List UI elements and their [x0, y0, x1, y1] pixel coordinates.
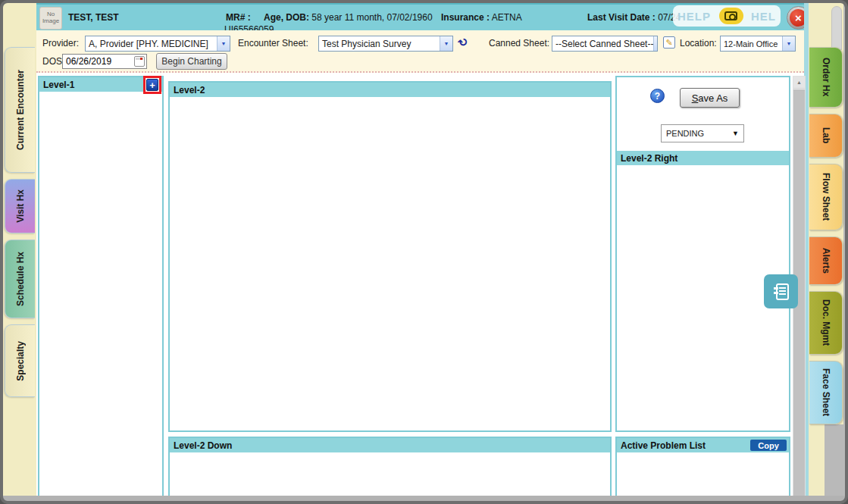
provider-select[interactable]: A, Provider [PHY. MEDICINE] ▼ — [85, 36, 230, 52]
patient-header-bar: No Image TEST, TEST MR# : UI65566059 Age… — [36, 3, 804, 30]
chevron-down-icon[interactable]: ▼ — [653, 36, 658, 51]
no-image-badge: No Image — [39, 7, 62, 30]
calendar-icon[interactable] — [134, 56, 145, 67]
last-visit: Last Visit Date : 07/24 — [587, 12, 681, 23]
location-select[interactable]: 12-Main Office ▼ — [720, 36, 796, 52]
scroll-up-arrow[interactable]: ▲ — [793, 77, 805, 89]
right-tab-strip-tail — [808, 424, 825, 497]
level2-right-title: Level-2 Right — [621, 153, 677, 164]
question-glyph: ? — [655, 91, 660, 102]
dos-value: 06/26/2019 — [66, 56, 111, 67]
encounter-sheet-select[interactable]: Test Physician Survey ▼ — [318, 36, 453, 52]
level2-panel: Level-2 — [168, 81, 612, 432]
insurance-label: Insurance : — [441, 12, 490, 23]
age-dob: Age, DOB: 58 year 11 month, 07/02/1960 — [264, 12, 433, 23]
tab-visit-hx[interactable]: Visit Hx — [5, 179, 35, 233]
begin-charting-label: Begin Charting — [161, 56, 221, 67]
canned-sheet-value: --Select Canned Sheet-- — [555, 39, 653, 49]
app-window: No Image TEST, TEST MR# : UI65566059 Age… — [0, 0, 848, 504]
canned-sheet-label: Canned Sheet: — [489, 38, 549, 49]
tab-label: Alerts — [821, 248, 831, 274]
tab-flow-sheet[interactable]: Flow Sheet — [809, 164, 843, 230]
window-bottom-edge — [3, 496, 845, 501]
tab-doc-mgmt[interactable]: Doc. Mgmt — [809, 291, 843, 355]
save-as-first-letter: S — [692, 92, 699, 104]
age-dob-label: Age, DOB: — [264, 12, 309, 23]
status-value: PENDING — [666, 129, 704, 138]
tab-current-encounter[interactable]: Current Encounter — [5, 47, 35, 173]
mr-label: MR# : — [226, 12, 251, 23]
camera-icon[interactable] — [719, 8, 743, 24]
dos-date-input[interactable]: 06/26/2019 — [62, 54, 147, 69]
add-button[interactable]: + — [146, 79, 158, 91]
tab-label: Doc. Mgmt — [821, 299, 831, 346]
tab-label: Schedule Hx — [15, 252, 26, 306]
status-select[interactable]: PENDING ▼ — [661, 124, 744, 142]
provider-value: A, Provider [PHY. MEDICINE] — [89, 39, 208, 49]
location-label: Location: — [680, 38, 717, 49]
copy-button[interactable]: Copy — [750, 440, 787, 451]
chevron-down-icon[interactable]: ▼ — [782, 36, 795, 51]
tab-label: Visit Hx — [15, 189, 26, 223]
chevron-down-icon: ▼ — [732, 130, 739, 137]
close-icon: × — [790, 9, 804, 27]
tab-label: Lab — [821, 127, 831, 143]
insurance-value: AETNA — [492, 12, 522, 23]
dos-label: DOS — [42, 56, 62, 67]
canned-sheet-select[interactable]: --Select Canned Sheet-- ▼ — [552, 36, 658, 52]
encounter-sheet-label: Encounter Sheet: — [238, 38, 308, 49]
help-question-icon[interactable]: ? — [650, 89, 665, 103]
begin-charting-button[interactable]: Begin Charting — [156, 53, 227, 70]
tab-label: Current Encounter — [15, 70, 26, 150]
tab-alerts[interactable]: Alerts — [809, 236, 843, 285]
level2-right-panel: ? Save As PENDING ▼ Level-2 Right — [615, 76, 790, 432]
level2-title: Level-2 — [174, 85, 205, 95]
age-dob-value: 58 year 11 month, 07/02/1960 — [311, 12, 432, 23]
help-overlay[interactable]: HELP HEL — [673, 5, 781, 27]
encounter-toolbar: Provider: A, Provider [PHY. MEDICINE] ▼ … — [36, 30, 804, 73]
save-as-button[interactable]: Save As — [680, 88, 740, 108]
active-problem-list-title: Active Problem List — [621, 440, 706, 451]
tab-label: Flow Sheet — [821, 173, 831, 221]
last-visit-label: Last Visit Date : — [587, 12, 656, 23]
add-highlight-box: + — [143, 76, 161, 94]
level2-header: Level-2 — [170, 83, 610, 97]
tab-specialty[interactable]: Specialty — [5, 324, 35, 397]
save-as-rest: ave As — [698, 92, 728, 104]
chevron-down-icon[interactable]: ▼ — [217, 36, 230, 51]
notebook-icon — [771, 281, 792, 302]
level2-down-header: Level-2 Down — [170, 438, 610, 452]
tab-lab[interactable]: Lab — [809, 114, 843, 158]
level1-title: Level-1 — [43, 80, 74, 90]
help-button[interactable]: HELP — [677, 10, 711, 23]
active-problem-list-panel: Active Problem List Copy — [615, 437, 790, 501]
mr-value: UI65566059 — [224, 24, 274, 30]
level2-down-title: Level-2 Down — [174, 440, 232, 451]
level2-down-panel: Level-2 Down — [168, 437, 612, 501]
patient-name: TEST, TEST — [68, 12, 119, 23]
level2-right-header: Level-2 Right — [617, 151, 789, 165]
chevron-down-icon[interactable]: ▼ — [440, 36, 452, 51]
refresh-icon[interactable]: ↻ — [455, 34, 471, 51]
active-problem-list-header: Active Problem List Copy — [617, 438, 789, 452]
encounter-sheet-value: Test Physician Survey — [322, 39, 411, 49]
insurance: Insurance : AETNA — [441, 12, 522, 23]
close-button[interactable]: × — [787, 6, 804, 30]
help-button-2[interactable]: HEL — [751, 10, 776, 23]
location-value: 12-Main Office — [724, 39, 778, 49]
tab-label: Order Hx — [821, 58, 831, 96]
tab-label: Face Sheet — [821, 368, 831, 416]
edit-note-icon[interactable]: ✎ — [663, 36, 675, 49]
tab-schedule-hx[interactable]: Schedule Hx — [5, 239, 35, 318]
page-scrollbar[interactable] — [831, 6, 842, 50]
provider-label: Provider: — [42, 38, 79, 49]
level1-panel: Level-1 + — [38, 76, 164, 501]
tab-label: Specialty — [15, 341, 26, 381]
tab-order-hx[interactable]: Order Hx — [809, 47, 843, 108]
level1-header: Level-1 + — [39, 77, 162, 92]
tab-face-sheet[interactable]: Face Sheet — [809, 361, 843, 424]
notes-panel-button[interactable] — [764, 274, 798, 308]
